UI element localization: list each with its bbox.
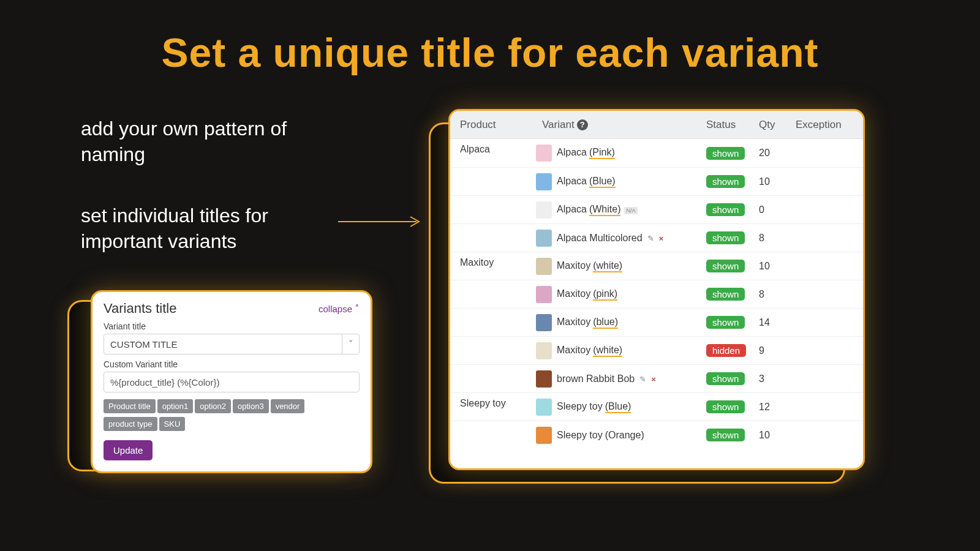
col-header-variant: Variant ? <box>536 119 706 131</box>
variant-title: Alpaca (Pink) <box>557 147 615 159</box>
qty-cell: 10 <box>759 176 796 187</box>
variant-cell: brown Rabbit Bob✎× <box>536 367 706 391</box>
col-header-product: Product <box>450 119 536 131</box>
qty-cell: 8 <box>759 289 796 300</box>
token-tag[interactable]: option3 <box>233 399 269 413</box>
variant-title: Sleepy toy (Orange) <box>557 430 644 441</box>
edit-icon[interactable]: ✎ <box>647 234 654 243</box>
variant-cell: Alpaca (White)N/A <box>536 198 706 222</box>
status-badge: shown <box>706 372 745 385</box>
table-row: Sleepy toySleepy toy (Blue)shown12 <box>450 392 863 421</box>
status-badge: shown <box>706 260 745 272</box>
table-row: MaxitoyMaxitoy (white)shown10 <box>450 252 863 280</box>
status-badge: shown <box>706 316 745 329</box>
variants-title-panel: Variants title collapse ˄ Variant title … <box>91 290 372 473</box>
product-thumbnail <box>536 258 552 275</box>
variant-cell: Alpaca (Pink) <box>536 141 706 165</box>
qty-cell: 3 <box>759 373 796 384</box>
table-row: Alpaca (White)N/Ashown0 <box>450 195 863 223</box>
qty-cell: 10 <box>759 261 796 272</box>
status-cell: shown <box>706 400 759 413</box>
variant-title: Maxitoy (white) <box>557 260 622 272</box>
status-badge: shown <box>706 400 745 413</box>
variants-table-panel: Product Variant ? Status Qty Exception A… <box>448 109 865 470</box>
arrow-icon <box>338 216 424 228</box>
table-row: Alpaca Multicolored✎×shown8 <box>450 223 863 252</box>
variant-title: Maxitoy (white) <box>557 345 622 357</box>
status-cell: shown <box>706 288 759 301</box>
status-cell: shown <box>706 429 759 441</box>
product-thumbnail <box>536 427 552 444</box>
update-button[interactable]: Update <box>104 440 153 460</box>
delete-icon[interactable]: × <box>651 375 656 384</box>
panel-heading: Variants title <box>104 301 176 317</box>
help-icon[interactable]: ? <box>577 119 588 130</box>
product-thumbnail <box>536 230 552 247</box>
table-row: Maxitoy (white)hidden9 <box>450 336 863 364</box>
token-tag[interactable]: option2 <box>195 399 231 413</box>
product-thumbnail <box>536 173 552 190</box>
table-row: Maxitoy (pink)shown8 <box>450 280 863 308</box>
variant-cell: Maxitoy (white) <box>536 339 706 363</box>
chevron-up-icon: ˄ <box>355 303 360 314</box>
collapse-toggle[interactable]: collapse ˄ <box>318 303 360 314</box>
status-cell: shown <box>706 231 759 244</box>
product-thumbnail <box>536 399 552 416</box>
product-cell <box>450 309 536 313</box>
variant-cell: Alpaca Multicolored✎× <box>536 226 706 250</box>
table-row: Alpaca (Blue)shown10 <box>450 167 863 195</box>
status-badge: shown <box>706 203 745 216</box>
token-tag[interactable]: product type <box>104 417 157 431</box>
product-cell <box>450 224 536 229</box>
custom-variant-title-label: Custom Variant title <box>104 359 360 369</box>
delete-icon[interactable]: × <box>659 234 664 243</box>
variant-cell: Sleepy toy (Blue) <box>536 395 706 419</box>
product-cell: Maxitoy <box>450 252 536 268</box>
product-thumbnail <box>536 201 552 219</box>
product-thumbnail <box>536 370 552 388</box>
variant-title-select[interactable]: CUSTOM TITLE ˅ <box>104 334 360 354</box>
qty-cell: 8 <box>759 233 796 244</box>
status-badge: shown <box>706 231 745 244</box>
status-badge: shown <box>706 429 745 441</box>
description-individual: set individual titles for important vari… <box>81 203 338 254</box>
product-cell <box>450 365 536 370</box>
variant-title: Alpaca Multicolored✎× <box>557 233 663 244</box>
select-value: CUSTOM TITLE <box>110 339 177 350</box>
status-cell: shown <box>706 316 759 329</box>
table-row: Maxitoy (blue)shown14 <box>450 308 863 336</box>
token-tag[interactable]: Product title <box>104 399 156 413</box>
qty-cell: 0 <box>759 204 796 216</box>
variant-cell: Maxitoy (white) <box>536 254 706 279</box>
variant-cell: Maxitoy (blue) <box>536 310 706 335</box>
product-cell <box>450 168 536 173</box>
table-header: Product Variant ? Status Qty Exception <box>450 111 863 139</box>
qty-cell: 9 <box>759 345 796 356</box>
table-row: brown Rabbit Bob✎×shown3 <box>450 364 863 392</box>
status-badge: shown <box>706 147 745 160</box>
variant-cell: Alpaca (Blue) <box>536 170 706 194</box>
status-cell: shown <box>706 147 759 160</box>
product-cell: Sleepy toy <box>450 393 536 409</box>
product-thumbnail <box>536 342 552 359</box>
qty-cell: 12 <box>759 402 796 413</box>
token-tag[interactable]: option1 <box>157 399 194 413</box>
table-row: Sleepy toy (Orange)shown10 <box>450 421 863 449</box>
product-thumbnail <box>536 144 552 162</box>
na-badge: N/A <box>624 207 637 214</box>
variant-cell: Sleepy toy (Orange) <box>536 423 706 448</box>
status-cell: shown <box>706 203 759 216</box>
table-body: AlpacaAlpaca (Pink)shown20Alpaca (Blue)s… <box>450 139 863 449</box>
status-cell: shown <box>706 260 759 272</box>
status-badge: hidden <box>706 344 746 357</box>
variant-title: Maxitoy (blue) <box>557 317 618 329</box>
token-tag[interactable]: SKU <box>159 417 186 431</box>
custom-variant-title-input[interactable] <box>104 372 360 392</box>
variant-title: Alpaca (Blue) <box>557 176 616 188</box>
product-thumbnail <box>536 314 552 331</box>
col-header-qty: Qty <box>759 119 796 131</box>
product-cell: Alpaca <box>450 139 536 155</box>
variant-cell: Maxitoy (pink) <box>536 282 706 307</box>
edit-icon[interactable]: ✎ <box>639 375 646 384</box>
token-tag[interactable]: vendor <box>271 399 305 413</box>
